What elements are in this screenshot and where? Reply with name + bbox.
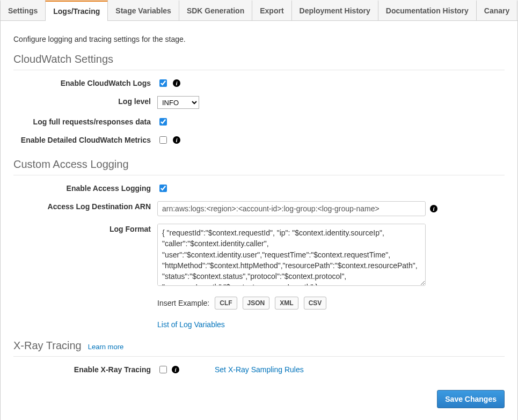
label-log-level: Log level <box>13 96 157 106</box>
tab-settings[interactable]: Settings <box>0 0 46 20</box>
checkbox-detailed-metrics[interactable] <box>159 136 167 144</box>
label-log-format: Log Format <box>13 224 157 233</box>
row-enable-xray: Enable X-Ray Tracing i Set X-Ray Samplin… <box>13 364 505 375</box>
intro-text: Configure logging and tracing settings f… <box>13 35 505 43</box>
checkbox-enable-cloudwatch-logs[interactable] <box>159 79 167 87</box>
info-icon[interactable]: i <box>172 366 179 373</box>
checkbox-enable-access-logging[interactable] <box>159 185 167 192</box>
checkbox-enable-xray[interactable] <box>159 366 167 373</box>
tab-deployment-history[interactable]: Deployment History <box>291 0 378 20</box>
row-enable-cloudwatch-logs: Enable CloudWatch Logs i <box>13 78 505 89</box>
label-full-requests: Log full requests/responses data <box>13 116 157 126</box>
insert-json-button[interactable]: JSON <box>243 297 270 310</box>
tab-export[interactable]: Export <box>252 0 291 20</box>
footer-actions: Save Changes <box>13 390 505 408</box>
list-of-log-variables-link[interactable]: List of Log Variables <box>157 320 225 329</box>
insert-example-row: Insert Example: CLF JSON XML CSV <box>157 297 326 310</box>
tab-sdk-generation[interactable]: SDK Generation <box>179 0 252 20</box>
label-dest-arn: Access Log Destination ARN <box>13 201 157 211</box>
textarea-log-format[interactable] <box>157 224 426 286</box>
insert-csv-button[interactable]: CSV <box>304 297 327 310</box>
info-icon[interactable]: i <box>173 79 180 87</box>
insert-xml-button[interactable]: XML <box>275 297 298 310</box>
checkbox-full-requests[interactable] <box>159 118 167 126</box>
row-detailed-metrics: Enable Detailed CloudWatch Metrics i <box>13 135 505 145</box>
section-xray-title: X-Ray Tracing <box>13 340 82 352</box>
label-detailed-metrics: Enable Detailed CloudWatch Metrics <box>13 135 157 144</box>
section-xray-tracing: X-Ray Tracing Learn more <box>13 340 505 357</box>
insert-example-label: Insert Example: <box>157 299 209 307</box>
tab-stage-variables[interactable]: Stage Variables <box>107 0 179 20</box>
row-enable-access-logging: Enable Access Logging <box>13 183 505 194</box>
xray-sampling-rules-link[interactable]: Set X-Ray Sampling Rules <box>215 365 304 374</box>
tab-logs-tracing[interactable]: Logs/Tracing <box>45 1 108 21</box>
panel-logs-tracing: Configure logging and tracing settings f… <box>0 21 518 420</box>
tab-bar: Settings Logs/Tracing Stage Variables SD… <box>0 0 518 21</box>
section-cloudwatch-settings: CloudWatch Settings <box>13 53 505 70</box>
row-log-level: Log level INFO <box>13 96 505 109</box>
tab-documentation-history[interactable]: Documentation History <box>378 0 477 20</box>
label-enable-access-logging: Enable Access Logging <box>13 183 157 193</box>
row-log-format: Log Format Insert Example: CLF JSON XML … <box>13 224 505 329</box>
label-enable-xray: Enable X-Ray Tracing <box>13 364 157 374</box>
row-dest-arn: Access Log Destination ARN i <box>13 201 505 216</box>
save-changes-button[interactable]: Save Changes <box>437 390 505 408</box>
select-log-level[interactable]: INFO <box>157 96 199 109</box>
info-icon[interactable]: i <box>173 136 180 144</box>
xray-learn-more-link[interactable]: Learn more <box>88 343 123 351</box>
tab-canary[interactable]: Canary <box>476 0 517 20</box>
input-dest-arn[interactable] <box>157 201 426 216</box>
insert-clf-button[interactable]: CLF <box>215 297 237 310</box>
label-enable-cloudwatch-logs: Enable CloudWatch Logs <box>13 78 157 87</box>
info-icon[interactable]: i <box>430 205 437 212</box>
section-custom-access-logging: Custom Access Logging <box>13 158 505 175</box>
row-full-requests: Log full requests/responses data <box>13 116 505 127</box>
